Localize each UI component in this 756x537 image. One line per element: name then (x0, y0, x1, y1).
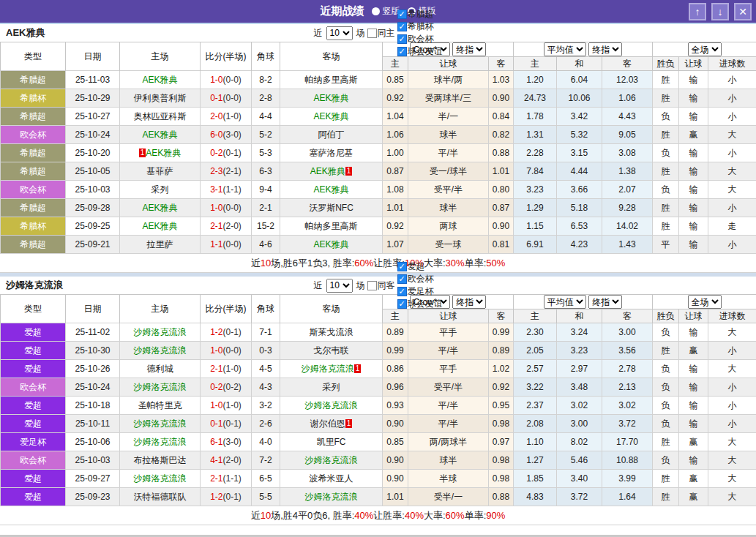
goals-result: 小 (708, 342, 756, 360)
date-cell: 25-09-25 (66, 217, 120, 236)
wdl-result: 胜 (653, 89, 679, 108)
competition-checkbox[interactable]: ✓希腊杯 (397, 20, 443, 33)
avg-away-odds: 10.88 (602, 451, 653, 470)
competition-checkbox[interactable]: ✓爱超 (397, 260, 443, 273)
handicap-result: 赢 (679, 342, 708, 360)
col-crow-away: 客 (489, 57, 514, 71)
score-cell: 1-0(0-0) (201, 71, 252, 89)
team-label: 戈尔韦联 (314, 345, 349, 356)
crow-handicap: 球半 (408, 451, 489, 470)
date-cell: 25-10-26 (66, 360, 120, 378)
type-cell: 爱超 (1, 470, 66, 488)
red-card-badge: 1 (139, 149, 146, 157)
fulltime-score: 1-0 (210, 75, 222, 85)
games-count-select[interactable]: 10 (326, 26, 353, 40)
away-team-cell: 沙姆洛克流浪 (280, 488, 383, 506)
games-count-select[interactable]: 10 (326, 279, 353, 293)
competition-checkbox[interactable]: ✓欧会杯 (397, 273, 443, 285)
match-row: 希腊杯25-09-25AEK雅典2-1(2-0)15-2帕纳多里高斯0.92两球… (1, 217, 756, 236)
summary-text: 大率: (424, 509, 446, 522)
summary-stat-value: 10 (261, 510, 271, 521)
odds-stage-select-2[interactable]: 终指 (588, 42, 622, 56)
odds-stage-select-1[interactable]: 终指 (452, 42, 486, 56)
fulltime-score: 6-1 (210, 437, 222, 447)
team-name: AEK雅典 (6, 26, 45, 40)
away-team-cell: 沙姆洛克流浪 (280, 451, 383, 470)
col-avg-draw: 和 (557, 309, 602, 323)
avg-away-odds: 9.05 (602, 126, 653, 144)
avg-home-odds: 1.85 (514, 470, 557, 488)
competition-checkbox[interactable]: ✓希腊超 (397, 8, 443, 20)
score-cell: 0-2(0-2) (201, 378, 252, 397)
team-label: AEK雅典 (313, 239, 348, 249)
checkbox-icon: ✓ (397, 10, 407, 19)
halftime-score: (1-0) (223, 364, 242, 374)
score-cell: 2-1(1-1) (201, 470, 252, 488)
goals-result: 小 (708, 397, 756, 415)
score-cell: 6-1(3-0) (201, 433, 252, 451)
results-table: 类型 日期 主场 比分(半场) 角球 客场 Crow* 终指 平均值 终指 (0, 294, 756, 506)
avg-draw-odds: 3.23 (557, 342, 602, 360)
away-team-cell: AEK雅典 (280, 108, 383, 126)
wdl-result: 胜 (653, 199, 679, 217)
corner-cell: 8-2 (252, 71, 280, 89)
avg-away-odds: 1.38 (602, 162, 653, 181)
competition-filters: ✓爱超✓欧会杯✓爱足杯✓球会友谊 (397, 260, 443, 310)
avg-away-odds: 2.07 (602, 181, 653, 199)
results-table: 类型 日期 主场 比分(半场) 角球 客场 Crow* 终指 平均值 终指 (0, 42, 756, 254)
average-select[interactable]: 平均值 (544, 295, 586, 309)
same-venue-checkbox[interactable]: 同客 (367, 279, 395, 292)
avg-home-odds: 2.30 (514, 323, 557, 342)
move-up-button[interactable]: ↑ (689, 3, 706, 20)
match-row: 欧会杯25-10-24AEK雅典6-0(3-0)5-2阿伯丁1.06球半0.82… (1, 126, 756, 144)
goals-result: 大 (708, 323, 756, 342)
crow-away-odds: 0.84 (489, 108, 514, 126)
competition-label: 欧会杯 (408, 273, 434, 285)
fulltime-select[interactable]: 全场 (688, 42, 722, 56)
away-team-cell: 波希米亚人 (280, 470, 383, 488)
halftime-score: (0-0) (223, 239, 242, 249)
fulltime-select[interactable]: 全场 (688, 295, 722, 309)
fulltime-score: 3-1 (210, 184, 222, 195)
crow-away-odds: 0.87 (489, 199, 514, 217)
col-date: 日期 (66, 42, 120, 71)
summary-stat-value: 40% (354, 510, 373, 521)
corner-cell: 4-5 (252, 360, 280, 378)
crow-handicap: 受平/半 (408, 181, 489, 199)
fulltime-score: 1-2 (210, 492, 222, 502)
col-handicap-result: 让球 (679, 309, 708, 323)
avg-home-odds: 1.31 (514, 126, 557, 144)
odds-stage-select-1[interactable]: 终指 (452, 295, 486, 309)
wdl-result: 胜 (653, 71, 679, 89)
same-venue-checkbox[interactable]: 同主 (367, 27, 395, 40)
arrow-down-icon: ↓ (718, 6, 723, 18)
crow-away-odds: 0.99 (489, 323, 514, 342)
close-button[interactable]: ✕ (734, 3, 752, 20)
fulltime-score: 1-0 (210, 203, 222, 213)
date-cell: 25-09-28 (66, 199, 120, 217)
team-label: 采列 (151, 184, 169, 195)
competition-checkbox[interactable]: ✓球会友谊 (397, 45, 443, 58)
avg-away-odds: 14.02 (602, 217, 653, 236)
average-select[interactable]: 平均值 (544, 42, 586, 56)
home-team-cell: 沙姆洛克流浪 (120, 470, 201, 488)
wdl-result: 负 (653, 323, 679, 342)
checkbox-icon: ✓ (397, 47, 407, 56)
avg-home-odds: 24.73 (514, 89, 557, 108)
team-label: 凯里FC (317, 437, 346, 447)
competition-checkbox[interactable]: ✓欧会杯 (397, 33, 443, 45)
competition-checkbox[interactable]: ✓爱足杯 (397, 285, 443, 298)
score-cell: 1-1(0-0) (201, 236, 252, 254)
filter-controls: 近 10 场 同主 ✓希腊超✓希腊杯✓欧会杯✓球会友谊 (314, 8, 443, 58)
avg-draw-odds: 4.23 (557, 236, 602, 254)
competition-filters: ✓希腊超✓希腊杯✓欧会杯✓球会友谊 (397, 8, 443, 58)
competition-checkbox[interactable]: ✓球会友谊 (397, 298, 443, 310)
summary-stat-value: 30% (446, 258, 465, 268)
crow-away-odds: 0.81 (489, 236, 514, 254)
odds-stage-select-2[interactable]: 终指 (588, 295, 622, 309)
corner-cell: 4-0 (252, 433, 280, 451)
avg-draw-odds: 10.06 (557, 89, 602, 108)
move-down-button[interactable]: ↓ (711, 3, 729, 20)
goals-result: 小 (708, 415, 756, 433)
away-team-cell: AEK雅典1 (280, 162, 383, 181)
